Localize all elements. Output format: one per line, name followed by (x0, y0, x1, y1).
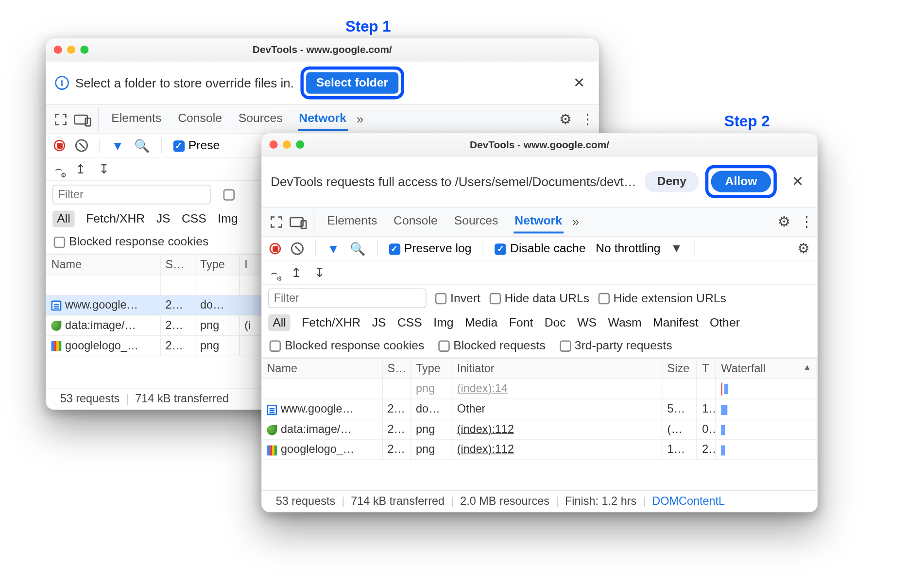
network-conditions-icon[interactable]: ⌢ (55, 162, 63, 175)
filter-ws[interactable]: WS (577, 316, 597, 330)
minimize-dot-icon[interactable] (67, 46, 75, 54)
select-folder-button[interactable]: Select folder (306, 72, 398, 93)
upload-icon[interactable]: ↥ (75, 161, 86, 176)
more-tabs-icon[interactable]: » (572, 214, 579, 229)
zoom-dot-icon[interactable] (80, 46, 88, 54)
status-requests: 53 requests (54, 392, 126, 405)
inspect-icon[interactable] (55, 114, 66, 125)
clear-icon[interactable] (75, 139, 88, 152)
col-time[interactable]: T (697, 359, 716, 379)
col-type[interactable]: Type (195, 255, 239, 275)
allow-button[interactable]: Allow (711, 171, 771, 192)
settings-gear-icon[interactable]: ⚙ (778, 213, 790, 230)
filter-manifest[interactable]: Manifest (653, 316, 698, 330)
kebab-menu-icon[interactable]: ⋮ (800, 213, 812, 230)
traffic-lights[interactable] (54, 46, 89, 54)
col-status[interactable]: S… (160, 255, 195, 275)
col-name[interactable]: Name (46, 255, 160, 275)
status-domcontentloaded[interactable]: DOMContentL (646, 495, 731, 508)
filter-fetchxhr[interactable]: Fetch/XHR (302, 316, 360, 330)
blocked-requests-toggle[interactable]: Blocked requests (438, 339, 546, 353)
filter-css[interactable]: CSS (182, 212, 206, 226)
clear-icon[interactable] (291, 242, 304, 255)
filter-font[interactable]: Font (509, 316, 533, 330)
blocked-cookies-toggle[interactable]: Blocked response cookies (270, 339, 425, 353)
filter-media[interactable]: Media (465, 316, 497, 330)
third-party-toggle[interactable]: 3rd-party requests (560, 339, 672, 353)
search-icon[interactable]: 🔍 (350, 241, 366, 256)
filter-icon[interactable]: ▼ (111, 138, 124, 153)
hide-ext-urls-toggle[interactable]: Hide extension URLs (598, 292, 726, 306)
col-type[interactable]: Type (411, 359, 452, 379)
preserve-log-clipped[interactable]: Prese (173, 138, 220, 153)
zoom-dot-icon[interactable] (296, 140, 304, 149)
titlebar: DevTools - www.google.com/ (46, 38, 599, 61)
filter-all[interactable]: All (268, 314, 291, 331)
close-dot-icon[interactable] (54, 46, 62, 54)
filter-other[interactable]: Other (710, 316, 740, 330)
filter-img[interactable]: Img (433, 316, 453, 330)
filter-css[interactable]: CSS (397, 316, 422, 330)
status-transferred: 714 kB transferred (129, 392, 235, 405)
settings-gear-icon[interactable]: ⚙ (559, 111, 572, 128)
window-title: DevTools - www.google.com/ (262, 139, 817, 150)
col-size[interactable]: Size (662, 359, 697, 379)
traffic-lights[interactable] (270, 140, 305, 149)
info-text: Select a folder to store override files … (75, 76, 294, 90)
filter-fetchxhr[interactable]: Fetch/XHR (86, 212, 145, 226)
search-icon[interactable]: 🔍 (134, 138, 150, 153)
close-dot-icon[interactable] (270, 140, 278, 149)
tab-network[interactable]: Network (298, 107, 348, 131)
filter-img[interactable]: Img (218, 212, 238, 226)
preserve-log-toggle[interactable]: Preserve log (389, 241, 471, 256)
tab-network[interactable]: Network (513, 210, 564, 233)
col-status[interactable]: S… (382, 359, 411, 379)
table-row[interactable]: data:image/… 2… png (index):112 (… 0. (262, 419, 817, 440)
throttling-select[interactable]: No throttling ▼ (596, 241, 683, 256)
tab-elements[interactable]: Elements (110, 107, 163, 131)
window-title: DevTools - www.google.com/ (46, 44, 599, 55)
col-name[interactable]: Name (262, 359, 382, 379)
blocked-cookies-toggle[interactable]: Blocked response cookies (54, 235, 209, 249)
minimize-dot-icon[interactable] (283, 140, 291, 149)
filter-doc[interactable]: Doc (545, 316, 566, 330)
filter-all[interactable]: All (52, 211, 75, 227)
close-icon[interactable]: ✕ (568, 72, 589, 93)
kebab-menu-icon[interactable]: ⋮ (581, 111, 593, 128)
tab-sources[interactable]: Sources (237, 107, 284, 131)
tab-elements[interactable]: Elements (326, 210, 378, 233)
filter-input[interactable] (52, 185, 211, 204)
col-initiator[interactable]: Initiator (452, 359, 662, 379)
invert-checkbox-clipped[interactable] (223, 189, 235, 200)
deny-button[interactable]: Deny (645, 171, 700, 192)
filter-icon[interactable]: ▼ (327, 241, 340, 256)
table-row[interactable]: googlelogo_… 2… png (index):112 1… 2. (262, 440, 817, 460)
tab-console[interactable]: Console (177, 107, 223, 131)
filter-input[interactable] (268, 289, 427, 308)
device-toggle-icon[interactable] (290, 217, 304, 227)
filter-js[interactable]: JS (372, 316, 386, 330)
close-icon[interactable]: ✕ (787, 171, 808, 192)
filter-wasm[interactable]: Wasm (608, 316, 641, 330)
table-row[interactable]: www.google… 2… do… Other 5… 1. (262, 399, 817, 419)
network-settings-icon[interactable]: ⚙ (797, 241, 810, 257)
disable-cache-toggle[interactable]: Disable cache (495, 241, 586, 256)
upload-icon[interactable]: ↥ (291, 265, 302, 280)
network-conditions-icon[interactable]: ⌢ (271, 266, 278, 279)
record-icon[interactable] (54, 140, 65, 151)
more-tabs-icon[interactable]: » (357, 112, 363, 126)
download-icon[interactable]: ↧ (99, 161, 109, 176)
table-row-clipped[interactable]: png (index):14 (262, 379, 817, 399)
download-icon[interactable]: ↧ (314, 265, 325, 280)
invert-toggle[interactable]: Invert (435, 292, 480, 306)
sort-asc-icon: ▲ (803, 362, 811, 372)
record-icon[interactable] (270, 243, 281, 254)
filter-js[interactable]: JS (156, 212, 171, 226)
preserve-checkbox[interactable] (173, 140, 184, 152)
tab-sources[interactable]: Sources (453, 210, 499, 233)
device-toggle-icon[interactable] (74, 114, 88, 124)
col-waterfall[interactable]: Waterfall▲ (716, 359, 817, 379)
hide-data-urls-toggle[interactable]: Hide data URLs (489, 292, 589, 306)
inspect-icon[interactable] (271, 216, 282, 227)
tab-console[interactable]: Console (393, 210, 439, 233)
